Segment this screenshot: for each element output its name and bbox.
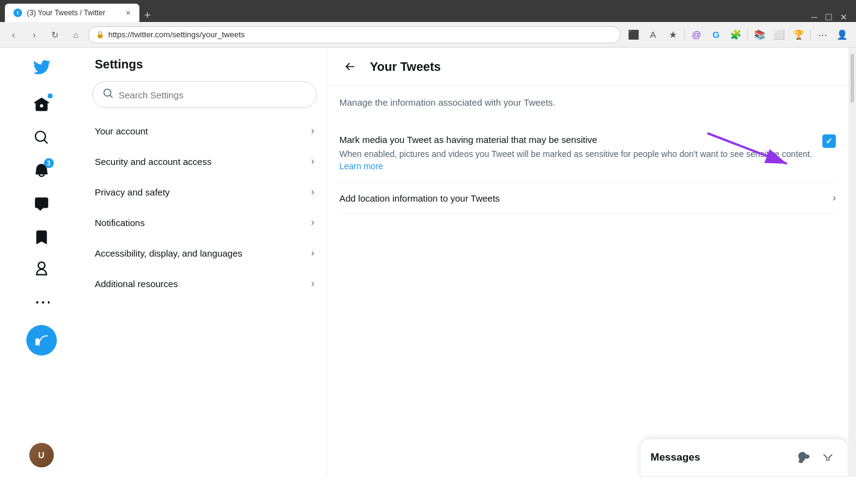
font-button[interactable]: A [644,26,662,44]
setting-description: When enabled, pictures and videos you Tw… [339,148,813,172]
settings-item-label: Additional resources [95,279,178,289]
browser-extension-icons: ⬛ A ★ @ G 🧩 📚 ⬜ 🏆 ⋯ 👤 [624,26,851,44]
location-setting[interactable]: Add location information to your Tweets … [339,183,836,214]
tab-close-button[interactable]: ✕ [125,9,131,17]
app-container: 3 U [0,48,856,477]
address-bar[interactable]: 🔒 https://twitter.com/settings/your_twee… [88,26,621,43]
minimize-button[interactable]: ─ [808,12,821,22]
user-avatar[interactable]: U [29,443,54,467]
messages-panel: Messages [640,439,848,477]
messages-header: Messages [641,439,847,477]
nav-separator [684,29,685,40]
browser-tab-bar: t (3) Your Tweets / Twitter ✕ + ─ ☐ ✕ [0,0,856,22]
at-button[interactable]: @ [687,26,706,44]
learn-more-link[interactable]: Learn more [339,161,383,171]
page-description: Manage the information associated with y… [339,96,836,109]
chevron-right-icon: › [311,247,314,258]
profile-browser-button[interactable]: 👤 [833,26,851,44]
setting-text: Mark media you Tweet as having material … [339,133,813,172]
twitter-logo[interactable] [27,53,56,82]
close-window-button[interactable]: ✕ [836,12,851,22]
search-icon [103,88,114,101]
main-body: Manage the information associated with y… [327,86,848,224]
settings-sidebar: Settings Your account › Security and acc… [83,48,327,477]
home-notification-dot [48,93,53,98]
chevron-right-icon: › [311,186,314,197]
sidebar-item-home[interactable] [26,89,57,120]
main-content: Your Tweets Manage the information assoc… [327,48,849,477]
settings-item-security[interactable]: Security and account access › [83,146,327,177]
settings-item-notifications[interactable]: Notifications › [83,207,327,238]
sidebar-item-profile[interactable] [26,254,57,285]
new-tab-button[interactable]: + [139,9,156,22]
scrollbar[interactable] [849,48,856,477]
more-browser-button[interactable]: ⋯ [813,26,832,44]
settings-item-label: Accessibility, display, and languages [95,248,242,258]
settings-item-label: Security and account access [95,156,212,167]
compose-tweet-button[interactable] [26,325,57,356]
sidebar-item-notifications[interactable]: 3 [26,155,57,186]
sensitive-media-setting: Mark media you Tweet as having material … [339,123,836,183]
forward-browser-button[interactable]: › [26,26,43,43]
nav-separator-3 [810,29,811,40]
settings-item-additional[interactable]: Additional resources › [83,268,327,299]
refresh-browser-button[interactable]: ↻ [46,26,64,43]
settings-item-privacy[interactable]: Privacy and safety › [83,177,327,207]
settings-item-label: Notifications [95,217,145,228]
sensitive-media-checkbox[interactable] [822,134,836,148]
messages-title: Messages [651,451,700,464]
settings-title: Settings [83,48,327,79]
sidebar-item-explore[interactable] [26,122,57,153]
location-setting-title: Add location information to your Tweets [339,193,500,203]
tab-favicon: t [13,9,22,17]
extensions-button[interactable]: ⬛ [624,26,643,44]
back-button[interactable] [339,56,360,77]
nav-separator-2 [747,29,748,40]
maximize-button[interactable]: ☐ [821,12,836,22]
chevron-right-icon: › [311,217,314,228]
chevron-right-icon: › [311,156,314,167]
messages-actions [794,448,838,467]
settings-item-label: Your account [95,126,148,136]
sidebar-item-messages[interactable] [26,188,57,219]
settings-item-your-account[interactable]: Your account › [83,115,327,146]
puzzle-button[interactable]: 🧩 [726,26,745,44]
g-button[interactable]: G [707,26,725,44]
sidebar-item-bookmarks[interactable] [26,221,57,252]
settings-item-label: Privacy and safety [95,187,170,197]
new-message-button[interactable] [794,448,813,467]
settings-item-accessibility[interactable]: Accessibility, display, and languages › [83,238,327,268]
sidebar-item-more[interactable] [26,287,57,318]
search-settings-input[interactable] [119,90,306,100]
location-chevron-icon: › [833,192,836,203]
collections-button[interactable]: 📚 [750,26,769,44]
tab-title: (3) Your Tweets / Twitter [27,9,120,17]
chevron-right-icon: › [311,278,314,289]
search-settings-box[interactable] [92,81,317,108]
main-header: Your Tweets [327,48,848,86]
collapse-messages-button[interactable] [818,448,838,467]
favorites-button[interactable]: ★ [663,26,682,44]
twitter-nav: 3 U [0,48,83,477]
setting-title: Mark media you Tweet as having material … [339,133,813,146]
immersive-button[interactable]: ⬜ [770,26,788,44]
security-lock-icon: 🔒 [96,31,105,38]
chevron-right-icon: › [311,125,314,136]
page-title: Your Tweets [370,60,441,74]
trophy-button[interactable]: 🏆 [789,26,808,44]
notifications-badge: 3 [44,158,54,168]
browser-tab-active[interactable]: t (3) Your Tweets / Twitter ✕ [5,4,139,22]
browser-nav-bar: ‹ › ↻ ⌂ 🔒 https://twitter.com/settings/y… [0,22,856,48]
home-browser-button[interactable]: ⌂ [67,26,84,43]
url-text: https://twitter.com/settings/your_tweets [108,30,245,39]
back-browser-button[interactable]: ‹ [5,26,22,43]
scrollbar-thumb[interactable] [850,54,854,103]
